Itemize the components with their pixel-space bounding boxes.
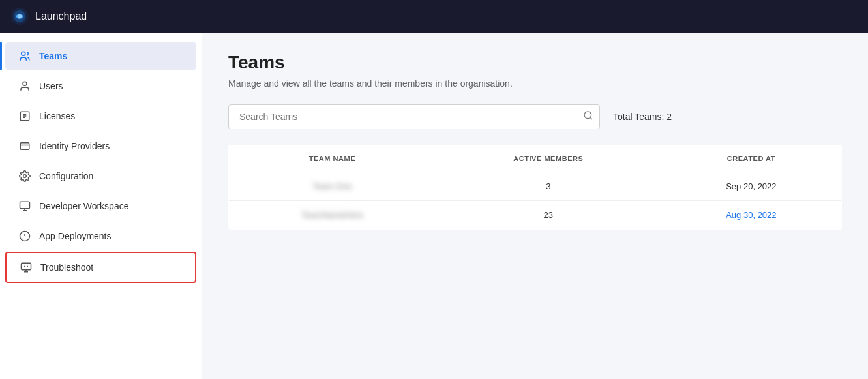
svg-rect-18 xyxy=(22,263,31,270)
col-active-members: ACTIVE MEMBERS xyxy=(436,145,661,172)
sidebar-item-teams[interactable]: Teams xyxy=(5,42,196,70)
content-area: Teams Manage and view all the teams and … xyxy=(202,33,868,379)
svg-line-24 xyxy=(590,117,592,119)
teams-icon xyxy=(18,50,31,63)
svg-rect-12 xyxy=(20,202,30,209)
created-at-cell: Aug 30, 2022 xyxy=(661,201,842,230)
team-name-blurred: Team One xyxy=(312,181,352,191)
sidebar: Teams Users Licenses Identity Providers xyxy=(0,33,202,379)
sidebar-item-teams-label: Teams xyxy=(39,51,67,61)
team-name-blurred: TeamNameHere xyxy=(301,210,363,220)
search-input[interactable] xyxy=(228,104,600,129)
sidebar-item-users-label: Users xyxy=(39,81,63,91)
sidebar-item-identity-providers[interactable]: Identity Providers xyxy=(5,132,196,160)
sidebar-item-app-deployments-label: App Deployments xyxy=(39,231,112,241)
sidebar-item-developer-workspace[interactable]: Developer Workspace xyxy=(5,192,196,220)
topbar: Launchpad xyxy=(0,0,868,33)
identity-icon xyxy=(18,140,31,153)
licenses-icon xyxy=(18,110,31,123)
active-members-cell: 3 xyxy=(436,172,661,201)
config-icon xyxy=(18,170,31,183)
created-at-link[interactable]: Aug 30, 2022 xyxy=(726,210,776,220)
svg-point-23 xyxy=(584,112,591,119)
teams-table: TEAM NAME ACTIVE MEMBERS CREATED AT Team… xyxy=(228,145,842,230)
sidebar-item-licenses-label: Licenses xyxy=(39,111,75,121)
sidebar-item-identity-providers-label: Identity Providers xyxy=(39,141,110,151)
table-row: TeamNameHere 23 Aug 30, 2022 xyxy=(229,201,842,230)
sidebar-item-configuration[interactable]: Configuration xyxy=(5,162,196,190)
main-layout: Teams Users Licenses Identity Providers xyxy=(0,33,868,379)
col-team-name: TEAM NAME xyxy=(229,145,436,172)
developer-icon xyxy=(18,200,31,213)
svg-point-4 xyxy=(23,82,27,85)
app-title: Launchpad xyxy=(35,10,87,22)
svg-point-3 xyxy=(22,52,25,55)
page-title: Teams xyxy=(228,52,842,73)
sidebar-item-developer-workspace-label: Developer Workspace xyxy=(39,201,128,211)
troubleshoot-icon xyxy=(20,261,33,274)
search-button[interactable] xyxy=(583,110,593,123)
svg-point-11 xyxy=(23,175,27,178)
sidebar-item-configuration-label: Configuration xyxy=(39,171,93,181)
table-header-row: TEAM NAME ACTIVE MEMBERS CREATED AT xyxy=(229,145,842,172)
active-members-cell: 23 xyxy=(436,201,661,230)
sidebar-item-users[interactable]: Users xyxy=(5,72,196,100)
search-row: Total Teams: 2 xyxy=(228,104,842,129)
users-icon xyxy=(18,80,31,93)
search-icon xyxy=(583,110,593,121)
table-row: Team One 3 Sep 20, 2022 xyxy=(229,172,842,201)
sidebar-item-licenses[interactable]: Licenses xyxy=(5,102,196,130)
team-name-cell: Team One xyxy=(229,172,436,201)
launchpad-logo-icon xyxy=(10,7,29,25)
svg-point-2 xyxy=(18,14,22,18)
search-container xyxy=(228,104,600,129)
total-teams-label: Total Teams: 2 xyxy=(613,112,672,122)
team-name-cell: TeamNameHere xyxy=(229,201,436,230)
app-icon xyxy=(18,230,31,243)
created-at-cell: Sep 20, 2022 xyxy=(661,172,842,201)
sidebar-item-troubleshoot-label: Troubleshoot xyxy=(40,262,93,273)
sidebar-item-app-deployments[interactable]: App Deployments xyxy=(5,222,196,250)
col-created-at: CREATED AT xyxy=(661,145,842,172)
sidebar-item-troubleshoot[interactable]: Troubleshoot xyxy=(5,252,196,283)
page-subtitle: Manage and view all the teams and their … xyxy=(228,78,842,89)
svg-rect-9 xyxy=(20,143,29,150)
